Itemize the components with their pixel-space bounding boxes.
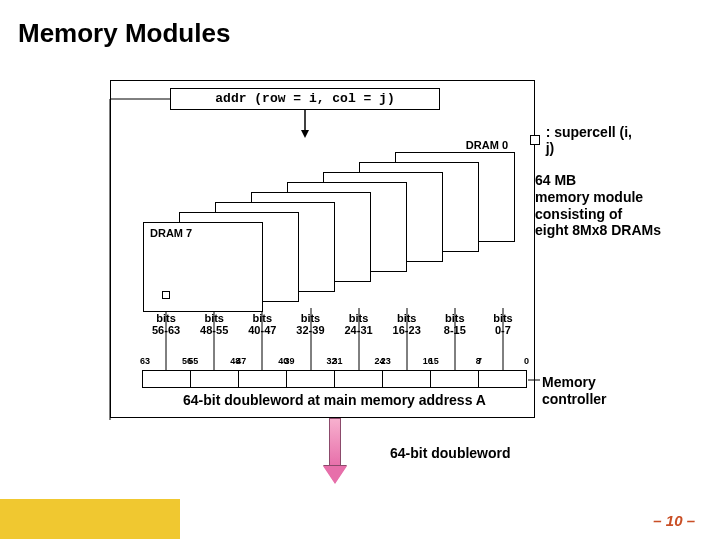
bit-range: bits8-15 — [431, 312, 479, 342]
register-byte — [479, 371, 526, 387]
page-number: – 10 – — [653, 512, 695, 529]
module-desc-line: memory module — [535, 189, 705, 206]
bit-range: bits0-7 — [479, 312, 527, 342]
dram-chip-stack: DRAM 0 DRAM 7 — [135, 152, 515, 312]
register-byte — [335, 371, 383, 387]
footer-bar — [0, 499, 719, 539]
supercell-marker — [162, 291, 170, 299]
supercell-square-icon — [530, 135, 540, 145]
supercell-legend: : supercell (i, j) — [530, 124, 640, 156]
addr-label: addr (row = i, col = j) — [170, 88, 440, 110]
dram-7-label: DRAM 7 — [148, 227, 194, 239]
bit-range: bits32-39 — [286, 312, 334, 342]
register-bit-numbers: 6356 5548 4740 3932 3124 2316 158 70 — [142, 356, 527, 368]
register-byte — [287, 371, 335, 387]
bit-range: bits40-47 — [238, 312, 286, 342]
dram-0-label: DRAM 0 — [464, 139, 510, 151]
bit-range: bits56-63 — [142, 312, 190, 342]
register-byte — [383, 371, 431, 387]
register-byte — [239, 371, 287, 387]
module-desc-line: eight 8Mx8 DRAMs — [535, 222, 705, 239]
slide-title: Memory Modules — [18, 18, 230, 49]
register-byte — [143, 371, 191, 387]
module-desc-line: 64 MB — [535, 172, 705, 189]
register-caption: 64-bit doubleword at main memory address… — [142, 392, 527, 408]
output-arrow-icon — [323, 418, 347, 488]
bit-range: bits24-31 — [335, 312, 383, 342]
register-byte — [191, 371, 239, 387]
memory-controller-label: Memory controller — [542, 374, 640, 408]
dram-chip: DRAM 7 — [143, 222, 263, 312]
diagram-area: addr (row = i, col = j) : supercell (i, … — [80, 80, 640, 480]
doubleword-output-label: 64-bit doubleword — [390, 445, 511, 461]
bit-range-labels: bits56-63 bits48-55 bits40-47 bits32-39 … — [142, 312, 527, 342]
bit-range: bits48-55 — [190, 312, 238, 342]
module-description: 64 MB memory module consisting of eight … — [535, 172, 705, 239]
register-byte — [431, 371, 479, 387]
doubleword-register — [142, 370, 527, 388]
module-desc-line: consisting of — [535, 206, 705, 223]
bit-range: bits16-23 — [383, 312, 431, 342]
supercell-legend-text: : supercell (i, j) — [546, 124, 640, 156]
